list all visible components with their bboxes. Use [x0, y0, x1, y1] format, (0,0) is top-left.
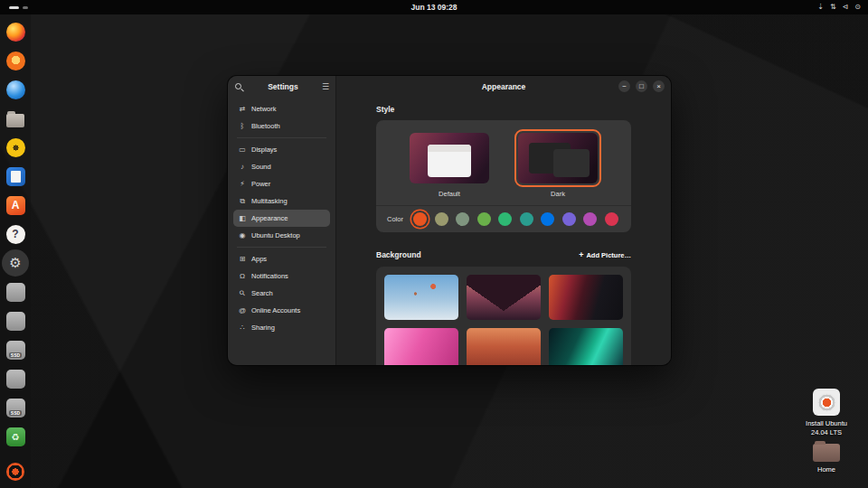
color-label: Color	[387, 215, 403, 223]
dock-item-rhythmbox[interactable]	[5, 50, 26, 71]
accent-swatch-orange[interactable]	[413, 212, 427, 226]
default-style-preview	[410, 133, 489, 183]
sharing-icon: ∴	[238, 324, 247, 332]
app-center-icon: A	[6, 196, 25, 215]
apps-grid-icon: ⊞	[238, 255, 247, 263]
sidebar-item-appearance[interactable]: ◧Appearance	[233, 210, 330, 227]
shotwell-icon	[6, 138, 25, 157]
dock-item-trash[interactable]: ♻	[5, 426, 26, 447]
dock-item-drive-ssd-3[interactable]: SSD	[5, 397, 26, 418]
sidebar-divider	[237, 247, 326, 248]
dock-item-files[interactable]	[5, 108, 26, 129]
workspace-indicator[interactable]	[9, 0, 28, 14]
style-heading: Style	[376, 105, 631, 114]
sidebar-item-sharing[interactable]: ∴Sharing	[233, 319, 330, 336]
online-accounts-icon: @	[238, 306, 247, 314]
thunderbird-icon	[6, 80, 25, 99]
wallpaper-thumb-desert-canyon[interactable]	[467, 328, 541, 365]
add-picture-label: Add Picture…	[586, 251, 631, 259]
files-folder-icon	[6, 114, 24, 127]
dock-item-app-center[interactable]: A	[5, 194, 26, 216]
power-icon: ⊙	[854, 4, 861, 11]
background-heading: Background	[376, 250, 421, 259]
dock-item-settings[interactable]: ⚙	[5, 252, 26, 274]
display-icon: ▭	[238, 145, 247, 154]
dock-item-drive-ssd-1[interactable]: SSD	[5, 339, 26, 361]
sidebar-item-power[interactable]: ⚡Power	[233, 175, 330, 192]
window-controls: − □ ×	[618, 80, 665, 92]
appearance-icon: ◧	[238, 214, 247, 222]
close-button[interactable]: ×	[653, 80, 665, 92]
dock-item-firefox[interactable]	[5, 21, 26, 42]
accent-swatch-green[interactable]	[498, 212, 512, 226]
desktop-icon-home[interactable]: Home	[797, 439, 855, 474]
dark-style-preview	[518, 133, 598, 183]
sidebar-item-multitasking[interactable]: ⧉Multitasking	[233, 192, 330, 210]
style-option-dark[interactable]: Dark	[512, 129, 604, 198]
sidebar-item-ubuntu-desktop[interactable]: ◉Ubuntu Desktop	[233, 227, 330, 244]
hamburger-menu-icon[interactable]: ☰	[322, 82, 329, 91]
magnifier-icon: ⚲	[236, 287, 248, 299]
volume-icon: ⊲	[843, 4, 849, 11]
dock-item-show-apps[interactable]	[5, 461, 26, 483]
default-style-label: Default	[403, 190, 495, 198]
dock-item-help[interactable]: ?	[5, 223, 26, 245]
accent-swatch-prussian-green[interactable]	[520, 212, 533, 226]
sidebar-item-network[interactable]: ⇄Network	[233, 100, 330, 117]
accent-swatch-purple[interactable]	[562, 212, 576, 226]
sidebar-title: Settings	[244, 82, 322, 91]
wallpaper-grid	[384, 275, 623, 365]
sidebar-item-search[interactable]: ⚲Search	[233, 285, 330, 302]
installer-label: Install Ubuntu 24.04 LTS	[797, 419, 855, 437]
bluetooth-icon: ᛒ	[238, 122, 247, 130]
accent-swatch-red[interactable]	[605, 212, 618, 226]
dock-item-libreoffice-writer[interactable]	[5, 165, 26, 187]
style-option-default[interactable]: Default	[403, 129, 495, 198]
network-icon: ⇄	[238, 105, 247, 113]
sidebar-item-apps[interactable]: ⊞Apps	[233, 250, 330, 267]
add-picture-button[interactable]: + Add Picture…	[579, 251, 631, 259]
dock-item-archive-manager[interactable]	[5, 281, 26, 303]
system-tray[interactable]: ⇣ ⇅ ⊲ ⊙	[817, 0, 861, 14]
accent-swatch-olive[interactable]	[477, 212, 491, 226]
multitasking-icon: ⧉	[238, 197, 247, 206]
power-icon: ⚡	[238, 180, 247, 188]
desktop-icon-installer[interactable]: Install Ubuntu 24.04 LTS	[797, 389, 855, 437]
dock-item-thunderbird[interactable]	[5, 79, 26, 100]
clock[interactable]: Jun 13 09:28	[410, 3, 457, 12]
wallpaper-thumb-sky-balloons[interactable]	[384, 275, 458, 320]
search-icon[interactable]	[234, 82, 244, 92]
wallpaper-thumb-red-black-abstract[interactable]	[549, 275, 623, 320]
accent-swatch-magenta[interactable]	[583, 212, 597, 226]
accent-swatch-blue[interactable]	[541, 212, 554, 226]
maximize-button[interactable]: □	[636, 80, 647, 92]
download-icon: ⇣	[817, 4, 824, 11]
wallpaper-thumb-aurora-green[interactable]	[549, 328, 623, 365]
window-headerbar[interactable]: Appearance − □ ×	[336, 76, 671, 98]
install-disc-icon	[817, 393, 836, 412]
appearance-content: Style Default	[376, 98, 631, 365]
dock-item-text-editor[interactable]	[5, 310, 26, 332]
dock-item-shotwell[interactable]	[5, 136, 26, 158]
sidebar-item-online-accounts[interactable]: @Online Accounts	[233, 302, 330, 319]
sidebar-item-displays[interactable]: ▭Displays	[233, 141, 330, 158]
dark-window-thumbnail-2	[553, 149, 590, 177]
wallpaper-thumb-fuji-sunset[interactable]	[467, 275, 541, 320]
sidebar-item-bluetooth[interactable]: ᛒBluetooth	[233, 117, 330, 135]
minimize-button[interactable]: −	[618, 80, 630, 92]
accent-swatch-sage[interactable]	[456, 212, 469, 226]
workspace-pill-active	[9, 6, 19, 9]
help-icon: ?	[6, 225, 25, 244]
dock: A ? ⚙ SSD SSD ♻	[0, 14, 31, 488]
gear-icon: ⚙	[6, 254, 25, 273]
sidebar-item-notifications[interactable]: ΩNotifications	[233, 267, 330, 285]
dock-item-drive-2[interactable]	[5, 368, 26, 389]
sidebar-item-sound[interactable]: ♪Sound	[233, 158, 330, 175]
rhythmbox-icon	[6, 52, 25, 70]
accent-swatch-bark[interactable]	[435, 212, 448, 226]
wallpaper-thumb-pink-waves[interactable]	[384, 328, 458, 365]
light-window-thumbnail	[428, 145, 471, 177]
dark-style-frame	[514, 129, 601, 187]
settings-window: Settings ☰ ⇄Network ᛒBluetooth ▭Displays…	[228, 76, 671, 365]
installer-icon	[813, 389, 840, 416]
